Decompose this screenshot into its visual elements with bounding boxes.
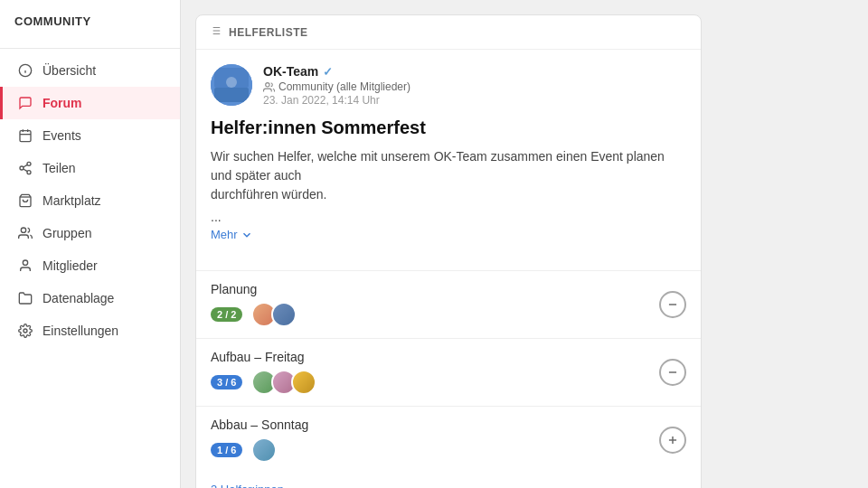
avatar-6 <box>251 437 277 463</box>
einstellungen-icon <box>17 323 33 339</box>
sidebar-label-datenablage: Datenablage <box>42 291 114 305</box>
svg-line-10 <box>24 169 28 172</box>
sidebar-label-gruppen: Gruppen <box>42 226 91 240</box>
section-abbau-row: Abbau – Sonntag 1 / 6 <box>211 418 686 463</box>
info-icon <box>17 62 33 79</box>
section-planung-row: Planung 2 / 2 <box>211 282 686 327</box>
avatar-2 <box>271 302 297 327</box>
datenablage-icon <box>17 290 33 306</box>
section-planung-avatars <box>251 302 297 327</box>
svg-rect-3 <box>20 131 31 142</box>
sidebar-item-mitglieder[interactable]: Mitglieder <box>0 249 180 282</box>
sidebar-label-teilen: Teilen <box>42 161 76 175</box>
teilen-icon <box>17 160 33 176</box>
events-icon <box>17 127 33 144</box>
sidebar-label-marktplatz: Marktplatz <box>42 193 101 208</box>
section-aufbau-minus-button[interactable] <box>659 359 686 386</box>
section-aufbau-avatars <box>251 370 316 395</box>
section-aufbau-badge: 3 / 6 <box>211 375 242 389</box>
svg-point-25 <box>226 77 237 88</box>
section-abbau: Abbau – Sonntag 1 / 6 <box>196 406 701 474</box>
card-header-label: HELFERLISTE <box>229 26 308 39</box>
post-body-area: OK-Team ✓ Community (alle Mitglieder) 23… <box>196 50 701 270</box>
sidebar-item-events[interactable]: Events <box>0 119 180 152</box>
sidebar-label-einstellungen: Einstellungen <box>42 324 118 338</box>
post-date: 23. Jan 2022, 14:14 Uhr <box>263 94 410 107</box>
svg-point-15 <box>24 329 27 333</box>
sidebar-label-events: Events <box>42 128 81 143</box>
svg-rect-24 <box>214 88 249 102</box>
forum-icon <box>17 95 33 111</box>
svg-point-9 <box>27 171 31 174</box>
post-community: Community (alle Mitglieder) <box>263 80 410 93</box>
post-body-text: Wir suchen Helfer, welche mit unserem OK… <box>211 147 686 204</box>
sidebar-item-forum[interactable]: Forum <box>0 87 180 119</box>
svg-point-14 <box>23 260 27 265</box>
marktplatz-icon <box>17 192 33 209</box>
section-abbau-plus-button[interactable] <box>659 427 686 454</box>
section-abbau-badge: 1 / 6 <box>211 443 242 457</box>
avatar-5 <box>291 370 316 395</box>
post-ellipsis: ... <box>211 210 686 224</box>
verified-icon: ✓ <box>323 65 333 79</box>
sidebar-item-uebersicht[interactable]: Übersicht <box>0 54 180 87</box>
section-aufbau-name: Aufbau – Freitag <box>211 350 659 364</box>
section-planung-name: Planung <box>211 282 659 296</box>
sidebar-label-mitglieder: Mitglieder <box>42 258 98 273</box>
post-title: Helfer:innen Sommerfest <box>211 117 686 138</box>
section-planung-minus-button[interactable] <box>659 291 686 318</box>
sidebar: COMMUNITY Übersicht Forum Events <box>0 0 181 488</box>
sidebar-item-marktplatz[interactable]: Marktplatz <box>0 184 180 217</box>
sidebar-item-datenablage[interactable]: Datenablage <box>0 282 180 314</box>
mitglieder-icon <box>17 258 33 274</box>
post-card: HELFERLISTE OK-Team ✓ <box>195 14 702 488</box>
sidebar-item-einstellungen[interactable]: Einstellungen <box>0 314 180 347</box>
sidebar-divider <box>0 48 180 49</box>
svg-point-26 <box>266 82 269 86</box>
sidebar-label-forum: Forum <box>42 96 82 110</box>
section-planung-badge: 2 / 2 <box>211 307 242 322</box>
svg-line-11 <box>24 164 28 167</box>
section-abbau-name: Abbau – Sonntag <box>211 418 659 432</box>
section-abbau-avatars <box>251 437 277 463</box>
section-aufbau-row: Aufbau – Freitag 3 / 6 <box>211 350 686 395</box>
post-author-name: OK-Team ✓ <box>263 64 410 79</box>
section-aufbau: Aufbau – Freitag 3 / 6 <box>196 338 701 406</box>
sidebar-item-teilen[interactable]: Teilen <box>0 152 180 184</box>
section-planung: Planung 2 / 2 <box>196 270 701 338</box>
gruppen-icon <box>17 225 33 241</box>
avatar <box>211 64 252 106</box>
list-icon <box>209 24 222 40</box>
card-header: HELFERLISTE <box>196 15 701 50</box>
svg-point-7 <box>27 162 31 165</box>
sidebar-label-uebersicht: Übersicht <box>42 63 96 78</box>
helpers-count: 3 Helfer:innen <box>196 474 701 488</box>
post-author-details: OK-Team ✓ Community (alle Mitglieder) 23… <box>263 64 410 107</box>
post-meta: OK-Team ✓ Community (alle Mitglieder) 23… <box>211 64 686 107</box>
sidebar-item-gruppen[interactable]: Gruppen <box>0 217 180 249</box>
show-more-button[interactable]: Mehr <box>211 228 686 241</box>
sidebar-title: COMMUNITY <box>0 14 180 42</box>
main-content: HELFERLISTE OK-Team ✓ <box>181 0 868 488</box>
svg-point-8 <box>20 166 24 170</box>
svg-point-13 <box>21 228 25 232</box>
